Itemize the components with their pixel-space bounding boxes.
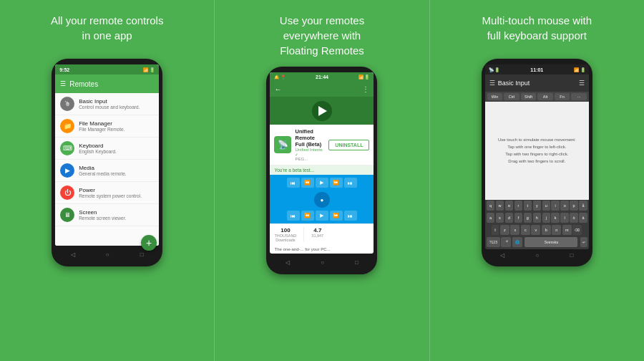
kb-status-icons: 📡 🔋 [489, 67, 500, 72]
kb-key-v[interactable]: v [531, 225, 540, 235]
kb-key-p[interactable]: p [570, 201, 577, 211]
kb-key-f[interactable]: f [514, 213, 522, 223]
kb-key-a[interactable]: a [487, 213, 494, 223]
kb-key-s[interactable]: s [496, 213, 504, 223]
kb-key-auml[interactable]: ä [579, 213, 587, 223]
kb-hamburger-icon[interactable]: ☰ [489, 80, 495, 87]
kb-mic-key[interactable]: 🎤 [501, 237, 511, 247]
kb-key-m[interactable]: m [562, 225, 572, 235]
kb-shift-key[interactable]: ⇧ [492, 225, 499, 235]
kb-menu-icon[interactable]: ☰ [579, 80, 585, 87]
ctrl-btn-back[interactable]: ⏪ [301, 178, 314, 188]
list-item[interactable]: 🖱 Basic InputControl mouse and keyboard. [55, 93, 159, 115]
status-icons-2: 🔔 📍 [274, 74, 286, 80]
app-details: Unified Remote Full (Beta) Unified Inten… [295, 128, 325, 161]
fn-key-fn[interactable]: Fn [555, 93, 570, 100]
fn-key-win[interactable]: Win [487, 93, 503, 100]
list-item[interactable]: ▶ MediaGeneral media remote. [55, 160, 159, 182]
kb-globe-key[interactable]: 🌐 [512, 237, 522, 247]
kb-enter-key[interactable]: ↵ [580, 237, 587, 247]
nav-recents-icon-2[interactable]: □ [355, 259, 358, 266]
kb-key-e[interactable]: e [505, 201, 513, 211]
kb-key-aring[interactable]: å [579, 201, 587, 211]
nav-home-icon-3[interactable]: ○ [535, 252, 539, 259]
kb-key-y[interactable]: y [533, 201, 541, 211]
nav-home-icon[interactable]: ○ [106, 251, 109, 258]
kb-key-l[interactable]: l [560, 213, 568, 223]
phone-1-nav: ◁ ○ □ [55, 248, 159, 261]
kb-key-d[interactable]: d [505, 213, 513, 223]
kb-key-h[interactable]: h [533, 213, 541, 223]
play-banner-icon [312, 101, 332, 121]
remote-icon-basic: 🖱 [60, 97, 74, 111]
ctrl-circle-btn[interactable]: ● [314, 192, 330, 208]
kb-key-k[interactable]: k [551, 213, 559, 223]
app-banner [270, 97, 374, 125]
fn-key-alt[interactable]: Alt [537, 93, 553, 100]
list-item[interactable]: 📁 File ManagerFile Manager Remote. [55, 115, 159, 138]
phone-2: 🔔 📍 21:44 📶 🔋 ← ⋮ [266, 67, 377, 274]
more-icon-2[interactable]: ⋮ [362, 85, 369, 93]
kb-key-b[interactable]: b [542, 225, 551, 235]
kb-key-j[interactable]: j [542, 213, 550, 223]
kb-key-t[interactable]: t [524, 201, 532, 211]
kb-key-z[interactable]: z [500, 225, 509, 235]
panel-2-title: Use your remotes everywhere with Floatin… [280, 13, 364, 58]
stats-row: 100 THOUSANDDownloads 4.7 31,947 [270, 223, 374, 245]
kb-key-c[interactable]: c [521, 225, 530, 235]
kb-key-u[interactable]: u [542, 201, 550, 211]
kb-key-g[interactable]: g [524, 213, 532, 223]
kb-key-r[interactable]: r [514, 201, 522, 211]
nav-back-icon-3[interactable]: ◁ [500, 252, 504, 259]
app-logo: 📡 [274, 136, 291, 153]
ctrl-btn-fwd[interactable]: ⏩ [330, 178, 343, 188]
list-item[interactable]: 🖥 ScreenRemote screen viewer. [55, 204, 159, 226]
nav-home-icon-2[interactable]: ○ [321, 259, 324, 266]
kb-key-o[interactable]: o [560, 201, 568, 211]
list-item[interactable]: ⏻ PowerRemote system power control. [55, 182, 159, 204]
kb-space-key[interactable]: Svenska [525, 237, 577, 247]
kb-backspace-key[interactable]: ⌫ [572, 225, 582, 235]
nav-recents-icon-3[interactable]: □ [570, 252, 573, 259]
ctrl-btn-next2[interactable]: ⏭ [344, 211, 357, 221]
kb-row-2: a s d f g h j k l ö ä [485, 212, 589, 224]
uninstall-button[interactable]: UNINSTALL [328, 140, 369, 150]
signal-icons-2: 📶 🔋 [358, 74, 370, 80]
beta-banner: You're a beta test... [270, 165, 374, 175]
kb-help-area: Use touch to simulate mouse movement:Tap… [485, 102, 589, 200]
kb-key-i[interactable]: i [551, 201, 559, 211]
ctrl-btn-play2[interactable]: ▶ [316, 211, 328, 221]
status-bar-2: 🔔 📍 21:44 📶 🔋 [270, 72, 374, 81]
ctrl-btn-back2[interactable]: ⏪ [301, 211, 314, 221]
remote-icon-files: 📁 [60, 119, 74, 133]
nav-back-icon[interactable]: ◁ [71, 251, 75, 258]
nav-recents-icon[interactable]: □ [140, 251, 144, 258]
fn-key-ctrl[interactable]: Ctrl [504, 93, 519, 100]
remote-controls-grid: ⏮ ⏪ ▶ ⏩ ⏭ ● ⏮ ⏪ ▶ ⏩ [270, 175, 374, 223]
hamburger-icon-1[interactable]: ☰ [60, 80, 66, 87]
rating-num: 4.7 [311, 227, 323, 234]
app-description: The one-and-... for your PC... [270, 245, 374, 254]
back-icon-2[interactable]: ← [274, 85, 281, 93]
ctrl-btn-play[interactable]: ▶ [316, 178, 328, 188]
fn-key-shift[interactable]: Shift [521, 93, 537, 100]
remote-list: 🖱 Basic InputControl mouse and keyboard.… [55, 93, 159, 246]
kb-key-ouml[interactable]: ö [570, 213, 577, 223]
list-item[interactable]: ⌨ KeyboardEnglish Keyboard. [55, 138, 159, 160]
panel-1-title: All your remote controls in one app [51, 13, 164, 50]
ctrl-btn-prev2[interactable]: ⏮ [287, 211, 300, 221]
kb-key-w[interactable]: w [496, 201, 504, 211]
ctrl-btn-fwd2[interactable]: ⏩ [330, 211, 343, 221]
kb-key-n[interactable]: n [552, 225, 561, 235]
ctrl-btn-prev[interactable]: ⏮ [287, 178, 300, 188]
kb-key-q[interactable]: q [487, 201, 494, 211]
toolbar-1: ☰ Remotes [55, 74, 159, 93]
remote-icon-screen: 🖥 [60, 208, 74, 222]
kb-key-x[interactable]: x [510, 225, 519, 235]
ctrl-btn-next[interactable]: ⏭ [344, 178, 357, 188]
phone-3: 📡 🔋 11:01 📶 🔋 ☰ Basic Input ☰ Win Ctrl [482, 59, 592, 266]
kb-num-key[interactable]: ?123 [487, 237, 500, 247]
kb-toolbar: ☰ Basic Input ☰ [485, 74, 589, 92]
nav-back-icon-2[interactable]: ◁ [286, 259, 290, 266]
fn-key-more[interactable]: ··· [571, 93, 587, 100]
